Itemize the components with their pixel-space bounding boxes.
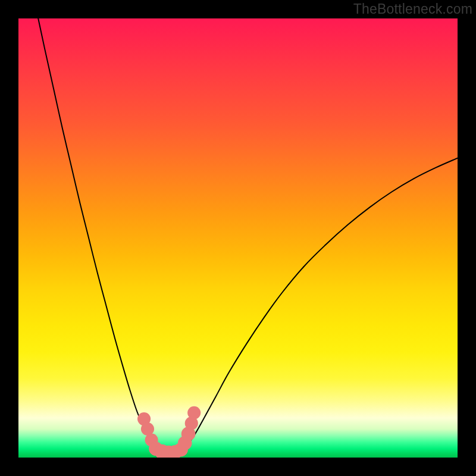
plot-area <box>18 18 458 458</box>
bottleneck-curve <box>18 18 458 458</box>
watermark-text: TheBottleneck.com <box>353 1 472 17</box>
curve-path-group <box>38 18 458 453</box>
chart-frame: TheBottleneck.com <box>0 0 476 476</box>
valley-dot <box>187 406 201 419</box>
curve-right-arm <box>181 158 458 451</box>
curve-left-arm <box>38 18 159 451</box>
valley-marker-dots <box>137 406 201 458</box>
